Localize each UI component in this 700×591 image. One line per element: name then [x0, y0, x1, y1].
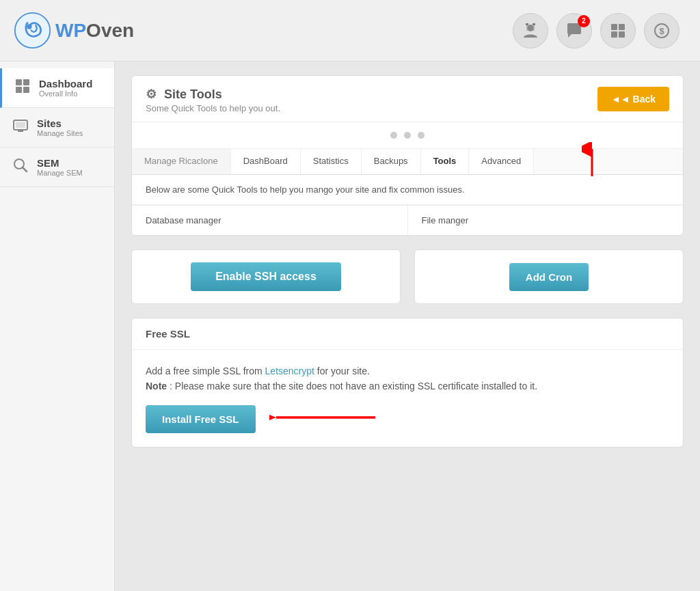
cron-card: Add Cron	[414, 249, 684, 304]
svg-rect-7	[611, 24, 617, 30]
ssl-body-text2: for your site.	[314, 366, 370, 376]
dollar-icon-btn[interactable]: $	[644, 13, 679, 49]
content-area: ⚙ Site Tools Some Quick Tools to help yo…	[115, 61, 700, 591]
svg-rect-9	[611, 31, 617, 38]
dashboard-icon	[13, 78, 32, 98]
user-icon	[522, 22, 539, 40]
sites-item-text: Sites Manage Sites	[37, 118, 83, 137]
ssl-install-row: Install Free SSL	[146, 405, 669, 433]
sem-icon	[11, 157, 30, 177]
arrow-annotation	[582, 142, 602, 182]
dashboard-label: Dashboard	[39, 78, 92, 90]
user-icon-btn[interactable]	[513, 13, 548, 49]
sem-item-text: SEM Manage SEM	[37, 157, 83, 177]
install-ssl-button[interactable]: Install Free SSL	[146, 405, 256, 433]
ssl-card-header: Free SSL	[132, 318, 683, 350]
back-button[interactable]: ◄◄ Back	[597, 87, 669, 111]
tab-backups[interactable]: Backups	[362, 149, 421, 174]
svg-rect-8	[619, 24, 625, 30]
svg-rect-10	[619, 31, 625, 38]
tab-advanced[interactable]: Advanced	[469, 149, 534, 174]
svg-point-2	[527, 25, 534, 31]
svg-rect-19	[18, 130, 23, 132]
action-row: Enable SSH access Add Cron	[131, 249, 684, 304]
sites-sublabel: Manage Sites	[37, 129, 83, 137]
chat-icon-btn[interactable]: 2	[556, 13, 592, 49]
sem-sublabel: Manage SEM	[37, 169, 83, 177]
dot-3	[418, 132, 425, 139]
ssh-card: Enable SSH access	[131, 249, 401, 304]
tools-grid: Database manager File manger	[132, 205, 683, 235]
dot-2	[404, 132, 411, 139]
chat-badge: 2	[578, 15, 590, 27]
tab-tools[interactable]: Tools	[421, 149, 470, 174]
main-layout: Dashboard Overall Info Sites Manage Site…	[0, 61, 700, 591]
tab-dashboard[interactable]: DashBoard	[231, 149, 301, 174]
svg-point-0	[15, 13, 50, 48]
dashboard-sublabel: Overall Info	[39, 90, 92, 98]
ssl-card: Free SSL Add a free simple SSL from Lets…	[131, 318, 684, 448]
svg-rect-6	[533, 23, 535, 25]
file-manager-cell: File manger	[408, 206, 684, 235]
add-cron-button[interactable]: Add Cron	[509, 263, 589, 291]
ssl-note-bold: Note	[146, 381, 167, 391]
sidebar: Dashboard Overall Info Sites Manage Site…	[0, 61, 115, 591]
enable-ssh-button[interactable]: Enable SSH access	[191, 262, 341, 291]
dollar-icon: $	[653, 22, 671, 40]
grid-icon-btn[interactable]	[600, 13, 636, 49]
sem-label: SEM	[37, 157, 83, 169]
site-tools-title: ⚙ Site Tools	[146, 87, 280, 102]
logo: WPOven	[14, 12, 134, 49]
ssl-card-body: Add a free simple SSL from Letsencrypt f…	[132, 350, 683, 447]
database-manager-cell: Database manager	[132, 206, 408, 235]
sidebar-item-dashboard[interactable]: Dashboard Overall Info	[0, 68, 114, 108]
svg-point-1	[27, 24, 31, 29]
header: WPOven 2	[0, 0, 700, 61]
grid-icon	[609, 22, 627, 40]
tab-manage[interactable]: Manage Ricaclone	[132, 149, 231, 174]
gear-icon: ⚙	[146, 87, 157, 101]
logo-text: WPOven	[55, 20, 134, 42]
ssl-description: Add a free simple SSL from Letsencrypt f…	[146, 363, 669, 394]
ssl-arrow-annotation	[269, 405, 379, 432]
tab-info-text: Below are some Quick Tools to help you m…	[146, 184, 465, 195]
ssl-note-detail: : Please make sure that the site does no…	[167, 381, 537, 391]
svg-rect-16	[23, 87, 29, 93]
site-tools-header: ⚙ Site Tools Some Quick Tools to help yo…	[132, 76, 683, 122]
tab-statistics[interactable]: Statistics	[301, 149, 362, 174]
svg-rect-5	[526, 23, 528, 25]
site-tools-subtitle: Some Quick Tools to help you out.	[146, 103, 280, 113]
sites-label: Sites	[37, 118, 83, 129]
svg-rect-15	[16, 87, 22, 93]
site-tools-title-area: ⚙ Site Tools Some Quick Tools to help yo…	[146, 87, 280, 113]
dashboard-item-text: Dashboard Overall Info	[39, 78, 92, 98]
dot-1	[390, 132, 397, 139]
site-tools-card: ⚙ Site Tools Some Quick Tools to help yo…	[131, 75, 684, 236]
logo-icon	[14, 12, 51, 49]
tab-info: Below are some Quick Tools to help you m…	[132, 175, 683, 205]
sidebar-item-sites[interactable]: Sites Manage Sites	[0, 108, 114, 148]
svg-line-21	[23, 167, 27, 171]
sidebar-item-sem[interactable]: SEM Manage SEM	[0, 148, 114, 187]
svg-rect-13	[16, 79, 22, 85]
svg-rect-14	[23, 79, 29, 85]
svg-text:$: $	[659, 26, 664, 36]
header-icons: 2 $	[513, 13, 679, 49]
svg-rect-18	[16, 122, 25, 128]
ssl-body-text: Add a free simple SSL from	[146, 366, 265, 376]
sites-icon	[11, 118, 30, 137]
letsencrypt-link[interactable]: Letsencrypt	[265, 366, 314, 376]
